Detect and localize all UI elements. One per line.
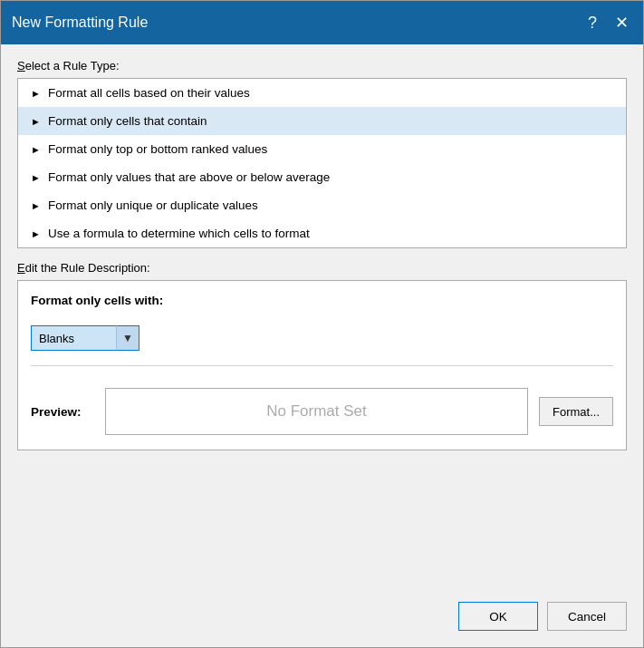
- rule-arrow-icon: ►: [31, 144, 41, 155]
- dialog-container: New Formatting Rule ? ✕ Select a Rule Ty…: [0, 0, 644, 648]
- rule-item-label: Format only cells that contain: [48, 114, 207, 128]
- rule-type-list: ► Format all cells based on their values…: [17, 78, 627, 248]
- dialog-footer: OK Cancel: [1, 593, 643, 647]
- rule-item-label: Use a formula to determine which cells t…: [48, 227, 310, 240]
- title-controls: ? ✕: [582, 12, 632, 34]
- rule-arrow-icon: ►: [31, 172, 41, 183]
- help-button[interactable]: ?: [582, 12, 603, 34]
- dialog-body: Select a Rule Type: ► Format all cells b…: [1, 44, 643, 593]
- format-row: Blanks No Blanks Errors No Errors ▼: [31, 325, 613, 351]
- close-button[interactable]: ✕: [610, 12, 632, 34]
- title-bar: New Formatting Rule ? ✕: [1, 1, 643, 44]
- select-rule-section: Select a Rule Type: ► Format all cells b…: [17, 59, 627, 248]
- format-button[interactable]: Format...: [539, 397, 613, 426]
- rule-item-label: Format only unique or duplicate values: [48, 198, 258, 212]
- preview-label: Preview:: [31, 405, 94, 419]
- dropdown-arrow-icon[interactable]: ▼: [116, 325, 139, 351]
- cancel-button[interactable]: Cancel: [547, 602, 627, 631]
- edit-section-title: Format only cells with:: [31, 294, 613, 307]
- preview-row: Preview: No Format Set Format...: [31, 388, 613, 435]
- ok-button[interactable]: OK: [458, 602, 538, 631]
- rule-item-formula[interactable]: ► Use a formula to determine which cells…: [18, 219, 626, 247]
- rule-item-unique-duplicate[interactable]: ► Format only unique or duplicate values: [18, 191, 626, 219]
- rule-item-all-cells[interactable]: ► Format all cells based on their values: [18, 79, 626, 107]
- preview-text: No Format Set: [266, 402, 367, 421]
- rule-item-label: Format all cells based on their values: [48, 86, 250, 100]
- edit-rule-label: Edit the Rule Description:: [17, 261, 627, 275]
- section-divider: [31, 365, 613, 366]
- edit-rule-section-wrapper: Edit the Rule Description: Format only c…: [17, 261, 627, 450]
- rule-item-top-bottom[interactable]: ► Format only top or bottom ranked value…: [18, 135, 626, 163]
- edit-rule-section: Format only cells with: Blanks No Blanks…: [17, 280, 627, 450]
- rule-arrow-icon: ►: [31, 88, 41, 99]
- rule-arrow-icon: ►: [31, 200, 41, 211]
- preview-box: No Format Set: [105, 388, 528, 435]
- select-rule-label: Select a Rule Type:: [17, 59, 627, 73]
- rule-item-label: Format only top or bottom ranked values: [48, 142, 267, 156]
- rule-arrow-icon: ►: [31, 228, 41, 239]
- rule-item-label: Format only values that are above or bel…: [48, 170, 330, 184]
- dropdown-wrapper: Blanks No Blanks Errors No Errors ▼: [31, 325, 139, 351]
- rule-item-above-below[interactable]: ► Format only values that are above or b…: [18, 163, 626, 191]
- rule-item-cells-contain[interactable]: ► Format only cells that contain: [18, 107, 626, 135]
- rule-arrow-icon: ►: [31, 116, 41, 127]
- dialog-title: New Formatting Rule: [12, 15, 148, 31]
